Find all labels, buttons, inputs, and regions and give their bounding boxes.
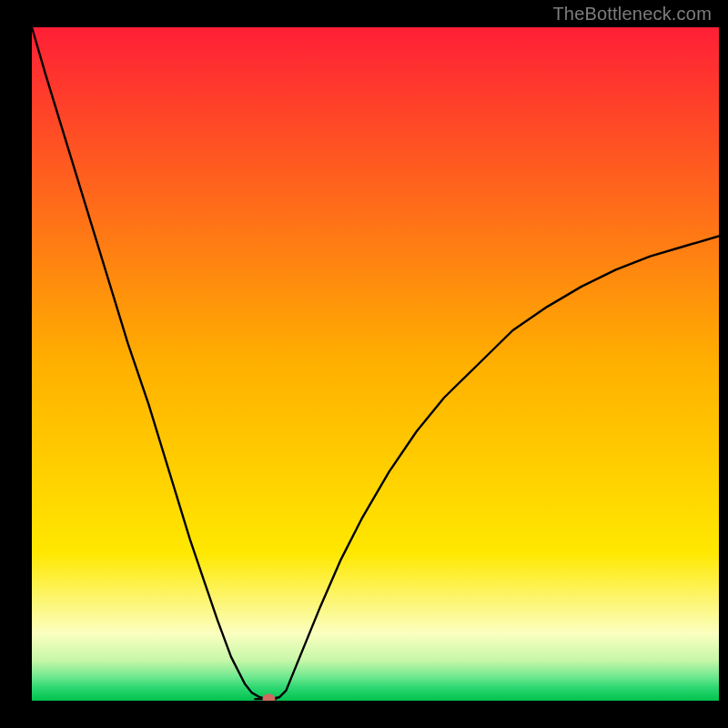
- chart-frame: TheBottleneck.com: [0, 0, 728, 728]
- plot-area: [32, 27, 719, 701]
- attribution-watermark: TheBottleneck.com: [552, 4, 712, 25]
- bottleneck-curve-chart: [32, 27, 719, 701]
